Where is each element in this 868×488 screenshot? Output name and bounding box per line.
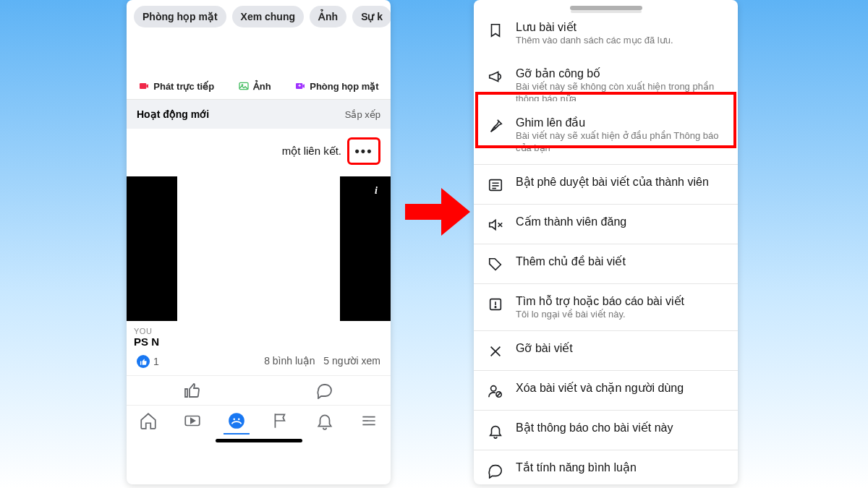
menu-approve-posts[interactable]: Bật phê duyệt bài viết của thành viên bbox=[474, 165, 738, 205]
menu-label: Gỡ bài viết bbox=[516, 341, 573, 355]
comment-icon bbox=[487, 462, 504, 479]
filter-chips: Phòng họp mặt Xem chung Ảnh Sự k bbox=[127, 0, 391, 33]
like-icon bbox=[137, 355, 150, 368]
post-actions bbox=[127, 375, 391, 405]
tab-menu[interactable] bbox=[359, 411, 378, 430]
tab-watch[interactable] bbox=[183, 411, 202, 430]
menu-remove-post[interactable]: Gỡ bài viết bbox=[474, 331, 738, 371]
post-more-button[interactable]: ••• bbox=[347, 137, 380, 165]
like-count[interactable]: 1 bbox=[137, 355, 159, 368]
video-caption-small: YOU bbox=[134, 327, 159, 335]
svg-point-21 bbox=[491, 386, 496, 391]
tab-notifications[interactable] bbox=[315, 411, 334, 430]
post-stats: 1 8 bình luận 5 người xem bbox=[127, 348, 391, 375]
activity-sort[interactable]: Sắp xếp bbox=[345, 109, 380, 120]
menu-desc: Thêm vào danh sách các mục đã lưu. bbox=[516, 35, 673, 46]
chip-room[interactable]: Phòng họp mặt bbox=[134, 6, 226, 27]
view-count: 5 người xem bbox=[323, 355, 380, 367]
svg-text:+: + bbox=[299, 83, 302, 88]
menu-label: Xóa bài viết và chặn người dùng bbox=[516, 381, 684, 395]
menu-desc: Tôi lo ngại về bài viết này. bbox=[516, 309, 684, 320]
close-icon bbox=[487, 343, 504, 360]
svg-rect-0 bbox=[140, 83, 146, 89]
user-block-icon bbox=[487, 382, 504, 400]
composer-live[interactable]: Phát trực tiếp bbox=[138, 80, 214, 92]
svg-point-8 bbox=[237, 418, 240, 421]
info-icon[interactable]: i bbox=[367, 182, 385, 200]
video-caption-title: PS N bbox=[134, 335, 159, 348]
menu-label: Bật thông báo cho bài viết này bbox=[516, 421, 673, 435]
comment-count: 8 bình luận bbox=[264, 355, 315, 367]
post-video[interactable]: i YOU PS N bbox=[127, 176, 391, 348]
home-indicator[interactable] bbox=[216, 439, 302, 442]
video-caption: YOU PS N bbox=[134, 327, 159, 348]
activity-bar: Hoạt động mới Sắp xếp bbox=[127, 100, 391, 129]
menu-turn-off-comments[interactable]: Tắt tính năng bình luận bbox=[474, 450, 738, 484]
composer-photo-label: Ảnh bbox=[253, 81, 271, 92]
composer-room[interactable]: + Phòng họp mặt bbox=[294, 80, 378, 92]
composer-photo[interactable]: Ảnh bbox=[238, 80, 271, 92]
menu-pin-to-top[interactable]: Ghim lên đầuBài viết này sẽ xuất hiện ở … bbox=[474, 106, 738, 165]
sheet-handle[interactable] bbox=[570, 6, 642, 10]
chip-photo[interactable]: Ảnh bbox=[310, 6, 346, 27]
svg-line-23 bbox=[497, 393, 501, 397]
right-phone-menu: Lưu bài viếtThêm vào danh sách các mục đ… bbox=[474, 0, 738, 484]
tab-flag[interactable] bbox=[271, 411, 290, 430]
live-icon bbox=[138, 80, 150, 92]
menu-label: Bật phê duyệt bài viết của thành viên bbox=[516, 175, 709, 189]
menu-desc: Bài viết này sẽ không còn xuất hiện tron… bbox=[516, 81, 725, 101]
menu-desc: Bài viết này sẽ xuất hiện ở đầu phần Thô… bbox=[516, 130, 725, 154]
menu-label: Lưu bài viết bbox=[516, 20, 673, 34]
menu-label: Tắt tính năng bình luận bbox=[516, 461, 637, 474]
chip-watch-together[interactable]: Xem chung bbox=[232, 6, 304, 27]
video-redaction-right bbox=[340, 176, 391, 321]
menu-delete-and-ban[interactable]: Xóa bài viết và chặn người dùng bbox=[474, 371, 738, 411]
composer-row: Phát trực tiếp Ảnh + Phòng họp mặt bbox=[127, 73, 391, 100]
menu-label: Cấm thành viên đăng bbox=[516, 215, 626, 228]
menu-unpublish[interactable]: Gỡ bản công bốBài viết này sẽ không còn … bbox=[474, 56, 738, 106]
menu-label: Gỡ bản công bố bbox=[516, 67, 725, 80]
menu-add-topic[interactable]: Thêm chủ đề bài viết bbox=[474, 244, 738, 284]
megaphone-icon bbox=[487, 68, 504, 85]
comment-button[interactable] bbox=[316, 382, 333, 402]
tab-home[interactable] bbox=[139, 411, 158, 430]
list-icon bbox=[487, 176, 504, 194]
bookmark-icon bbox=[487, 22, 504, 39]
comments-views[interactable]: 8 bình luận 5 người xem bbox=[264, 355, 380, 368]
menu-report[interactable]: Tìm hỗ trợ hoặc báo cáo bài viếtTôi lo n… bbox=[474, 284, 738, 331]
svg-point-6 bbox=[229, 413, 244, 429]
left-phone-feed: Phòng họp mặt Xem chung Ảnh Sự k Phát tr… bbox=[127, 0, 391, 484]
bottom-tabbar bbox=[127, 405, 391, 435]
room-icon: + bbox=[294, 80, 306, 92]
tutorial-arrow bbox=[405, 188, 470, 231]
tab-groups[interactable] bbox=[227, 411, 246, 430]
bell-icon bbox=[487, 422, 504, 440]
photo-icon bbox=[238, 80, 250, 92]
pin-icon bbox=[487, 117, 504, 134]
svg-point-18 bbox=[495, 307, 495, 307]
menu-label: Thêm chủ đề bài viết bbox=[516, 254, 626, 268]
menu-mute-member[interactable]: Cấm thành viên đăng bbox=[474, 205, 738, 244]
menu-label: Tìm hỗ trợ hoặc báo cáo bài viết bbox=[516, 294, 684, 308]
like-number: 1 bbox=[153, 356, 159, 367]
like-button[interactable] bbox=[184, 382, 201, 402]
speaker-mute-icon bbox=[487, 216, 504, 234]
chip-event[interactable]: Sự k bbox=[352, 6, 391, 27]
tag-icon bbox=[487, 256, 504, 273]
post-header: một liên kết. ••• bbox=[127, 129, 391, 174]
svg-point-7 bbox=[233, 418, 236, 421]
menu-save-post[interactable]: Lưu bài viếtThêm vào danh sách các mục đ… bbox=[474, 10, 738, 56]
menu-label: Ghim lên đầu bbox=[516, 116, 725, 129]
video-redaction-left bbox=[127, 176, 177, 321]
post-text: một liên kết. bbox=[282, 145, 341, 158]
composer-live-label: Phát trực tiếp bbox=[153, 81, 214, 92]
report-icon bbox=[487, 296, 504, 313]
activity-title: Hoạt động mới bbox=[137, 108, 209, 120]
composer-room-label: Phòng họp mặt bbox=[310, 81, 378, 92]
menu-turn-on-notifications[interactable]: Bật thông báo cho bài viết này bbox=[474, 411, 738, 450]
